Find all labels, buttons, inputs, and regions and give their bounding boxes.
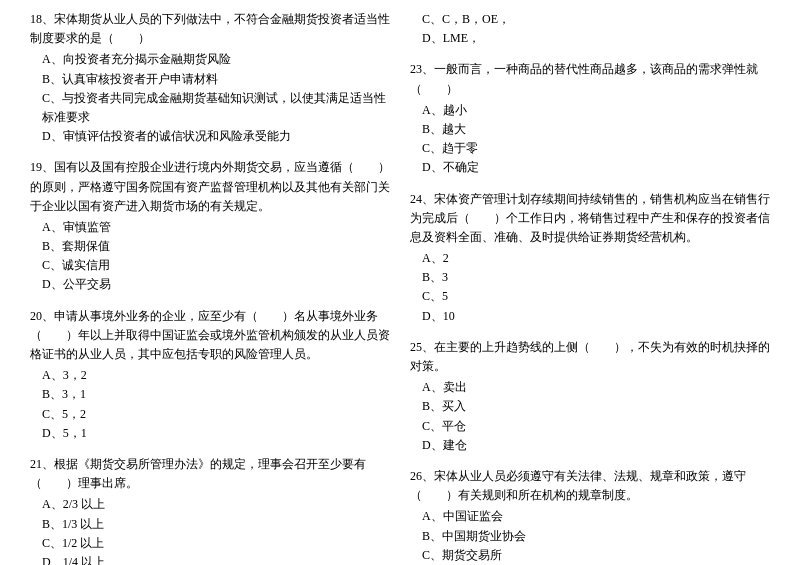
question-block: 24、宋体资产管理计划存续期间持续销售的，销售机构应当在销售行为完成后（ ）个工…: [410, 190, 770, 326]
option-text: C、与投资者共同完成金融期货基础知识测试，以使其满足适当性标准要求: [30, 89, 390, 127]
option-text: B、买入: [410, 397, 770, 416]
option-text: D、5，1: [30, 424, 390, 443]
option-text: A、2: [410, 249, 770, 268]
question-block: 23、一般而言，一种商品的替代性商品越多，该商品的需求弹性就（ ）A、越小B、越…: [410, 60, 770, 177]
option-text: A、卖出: [410, 378, 770, 397]
option-text: D、1/4 以上: [30, 553, 390, 565]
option-text: B、3，1: [30, 385, 390, 404]
option-text: C、平仓: [410, 417, 770, 436]
option-text: C、期货交易所: [410, 546, 770, 565]
option-text: D、建仓: [410, 436, 770, 455]
question-text: 23、一般而言，一种商品的替代性商品越多，该商品的需求弹性就（ ）: [410, 60, 770, 98]
question-text: 24、宋体资产管理计划存续期间持续销售的，销售机构应当在销售行为完成后（ ）个工…: [410, 190, 770, 248]
option-text: A、3，2: [30, 366, 390, 385]
option-text: B、3: [410, 268, 770, 287]
option-text: D、LME，: [410, 29, 770, 48]
option-text: B、越大: [410, 120, 770, 139]
question-block: 18、宋体期货从业人员的下列做法中，不符合金融期货投资者适当性制度要求的是（ ）…: [30, 10, 390, 146]
question-block: 21、根据《期货交易所管理办法》的规定，理事会召开至少要有（ ）理事出席。A、2…: [30, 455, 390, 565]
option-text: C、5: [410, 287, 770, 306]
page-container: 18、宋体期货从业人员的下列做法中，不符合金融期货投资者适当性制度要求的是（ ）…: [30, 10, 770, 565]
option-text: D、不确定: [410, 158, 770, 177]
option-text: C、诚实信用: [30, 256, 390, 275]
option-text: C、C，B，OE，: [410, 10, 770, 29]
option-text: B、1/3 以上: [30, 515, 390, 534]
question-text: 19、国有以及国有控股企业进行境内外期货交易，应当遵循（ ）的原则，严格遵守国务…: [30, 158, 390, 216]
option-text: D、审慎评估投资者的诚信状况和风险承受能力: [30, 127, 390, 146]
option-text: A、向投资者充分揭示金融期货风险: [30, 50, 390, 69]
option-text: D、公平交易: [30, 275, 390, 294]
question-block: C、C，B，OE，D、LME，: [410, 10, 770, 48]
question-text: 18、宋体期货从业人员的下列做法中，不符合金融期货投资者适当性制度要求的是（ ）: [30, 10, 390, 48]
left-column: 18、宋体期货从业人员的下列做法中，不符合金融期货投资者适当性制度要求的是（ ）…: [30, 10, 390, 565]
option-text: A、审慎监管: [30, 218, 390, 237]
question-text: 26、宋体从业人员必须遵守有关法律、法规、规章和政策，遵守（ ）有关规则和所在机…: [410, 467, 770, 505]
option-text: B、认真审核投资者开户申请材料: [30, 70, 390, 89]
option-text: C、1/2 以上: [30, 534, 390, 553]
question-text: 25、在主要的上升趋势线的上侧（ ），不失为有效的时机抉择的对策。: [410, 338, 770, 376]
question-block: 26、宋体从业人员必须遵守有关法律、法规、规章和政策，遵守（ ）有关规则和所在机…: [410, 467, 770, 565]
option-text: B、套期保值: [30, 237, 390, 256]
option-text: C、5，2: [30, 405, 390, 424]
question-block: 25、在主要的上升趋势线的上侧（ ），不失为有效的时机抉择的对策。A、卖出B、买…: [410, 338, 770, 455]
right-column: C、C，B，OE，D、LME，23、一般而言，一种商品的替代性商品越多，该商品的…: [410, 10, 770, 565]
question-block: 19、国有以及国有控股企业进行境内外期货交易，应当遵循（ ）的原则，严格遵守国务…: [30, 158, 390, 294]
option-text: C、趋于零: [410, 139, 770, 158]
option-text: B、中国期货业协会: [410, 527, 770, 546]
option-text: D、10: [410, 307, 770, 326]
option-text: A、2/3 以上: [30, 495, 390, 514]
question-text: 21、根据《期货交易所管理办法》的规定，理事会召开至少要有（ ）理事出席。: [30, 455, 390, 493]
option-text: A、越小: [410, 101, 770, 120]
question-text: 20、申请从事境外业务的企业，应至少有（ ）名从事境外业务（ ）年以上并取得中国…: [30, 307, 390, 365]
question-block: 20、申请从事境外业务的企业，应至少有（ ）名从事境外业务（ ）年以上并取得中国…: [30, 307, 390, 443]
option-text: A、中国证监会: [410, 507, 770, 526]
